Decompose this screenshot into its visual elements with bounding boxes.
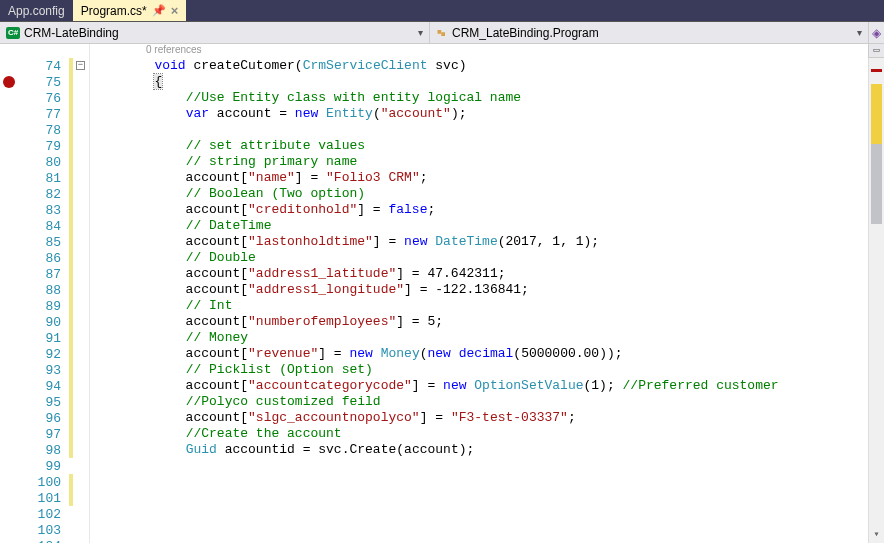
change-indicator — [69, 426, 73, 442]
code-line[interactable] — [92, 458, 884, 474]
code-editor[interactable]: 74−7576777879808182838485868788899091929… — [0, 44, 884, 543]
code-line[interactable] — [92, 490, 884, 506]
gutter-line[interactable]: 89 — [0, 298, 89, 314]
gutter-line[interactable]: 87 — [0, 266, 89, 282]
gutter-line[interactable]: 100 — [0, 474, 89, 490]
line-number: 76 — [45, 91, 61, 106]
code-line[interactable]: //Polyco customized feild — [92, 394, 884, 410]
code-line[interactable]: // set attribute values — [92, 138, 884, 154]
code-line[interactable]: var account = new Entity("account"); — [92, 106, 884, 122]
code-line[interactable]: //Create the account — [92, 426, 884, 442]
gutter-line[interactable]: 96 — [0, 410, 89, 426]
code-line[interactable]: // Int — [92, 298, 884, 314]
vertical-scrollbar[interactable]: ▭ ▴ ▾ — [868, 44, 884, 543]
code-line[interactable]: account["slgc_accountnopolyco"] = "F3-te… — [92, 410, 884, 426]
gutter-line[interactable]: 83 — [0, 202, 89, 218]
code-line[interactable]: // Picklist (Option set) — [92, 362, 884, 378]
line-number: 94 — [45, 379, 61, 394]
code-line[interactable]: account["lastonholdtime"] = new DateTime… — [92, 234, 884, 250]
code-line[interactable]: account["address1_latitude"] = 47.642311… — [92, 266, 884, 282]
gutter-line[interactable]: 91 — [0, 330, 89, 346]
pin-icon[interactable]: 📌 — [152, 4, 166, 17]
gutter-line[interactable]: 101 — [0, 490, 89, 506]
editor-gutter: 74−7576777879808182838485868788899091929… — [0, 44, 90, 543]
code-line[interactable]: // Double — [92, 250, 884, 266]
close-icon[interactable]: × — [171, 3, 179, 18]
tab-program-cs[interactable]: Program.cs* 📌 × — [73, 0, 187, 21]
change-indicator — [69, 266, 73, 282]
code-line[interactable]: account["name"] = "Folio3 CRM"; — [92, 170, 884, 186]
code-line[interactable]: // string primary name — [92, 154, 884, 170]
code-line[interactable] — [92, 474, 884, 490]
gutter-line[interactable]: 77 — [0, 106, 89, 122]
gutter-line[interactable]: 97 — [0, 426, 89, 442]
code-line[interactable]: { — [92, 74, 884, 90]
gutter-line[interactable]: 74− — [0, 58, 89, 74]
line-number: 104 — [38, 539, 61, 544]
gutter-line[interactable]: 102 — [0, 506, 89, 522]
gutter-line[interactable]: 99 — [0, 458, 89, 474]
line-number: 99 — [45, 459, 61, 474]
gutter-line[interactable]: 95 — [0, 394, 89, 410]
gutter-line[interactable]: 85 — [0, 234, 89, 250]
gutter-line[interactable]: 80 — [0, 154, 89, 170]
code-line[interactable] — [92, 522, 884, 538]
code-line[interactable]: //Use Entity class with entity logical n… — [92, 90, 884, 106]
tab-app-config[interactable]: App.config — [0, 0, 73, 21]
gutter-line[interactable]: 76 — [0, 90, 89, 106]
codelens-references[interactable]: 0 references — [92, 44, 884, 58]
change-indicator — [69, 58, 73, 74]
change-indicator — [69, 106, 73, 122]
code-line[interactable]: account["revenue"] = new Money(new decim… — [92, 346, 884, 362]
gutter-line[interactable]: 94 — [0, 378, 89, 394]
code-line[interactable]: account["creditonhold"] = false; — [92, 202, 884, 218]
gutter-line[interactable]: 79 — [0, 138, 89, 154]
gutter-line[interactable]: 92 — [0, 346, 89, 362]
line-number: 98 — [45, 443, 61, 458]
method-cube-icon: ◈ — [872, 26, 881, 40]
code-line[interactable]: account["address1_longitude"] = -122.136… — [92, 282, 884, 298]
code-line[interactable] — [92, 122, 884, 138]
fold-toggle-icon[interactable]: − — [76, 61, 85, 70]
code-line[interactable]: void createCutomer(CrmServiceClient svc) — [92, 58, 884, 74]
code-line[interactable]: // Boolean (Two option) — [92, 186, 884, 202]
code-line[interactable]: account["accountcategorycode"] = new Opt… — [92, 378, 884, 394]
change-indicator — [69, 378, 73, 394]
change-indicator — [69, 474, 73, 490]
code-line[interactable]: // DateTime — [92, 218, 884, 234]
code-line[interactable] — [92, 506, 884, 522]
code-line[interactable] — [92, 538, 884, 543]
gutter-line[interactable]: 78 — [0, 122, 89, 138]
line-number: 77 — [45, 107, 61, 122]
code-line[interactable]: // Money — [92, 330, 884, 346]
gutter-line[interactable]: 81 — [0, 170, 89, 186]
change-indicator — [69, 314, 73, 330]
breakpoint-icon[interactable] — [3, 76, 15, 88]
line-number: 93 — [45, 363, 61, 378]
change-indicator — [69, 362, 73, 378]
gutter-line[interactable]: 75 — [0, 74, 89, 90]
gutter-line[interactable]: 90 — [0, 314, 89, 330]
nav-class-dropdown[interactable]: CRM_LateBinding.Program ▾ — [430, 22, 868, 43]
change-indicator — [69, 90, 73, 106]
nav-project-label: CRM-LateBinding — [24, 26, 119, 40]
code-line[interactable]: Guid accountid = svc.Create(account); — [92, 442, 884, 458]
tab-label: Program.cs* — [81, 4, 147, 18]
scroll-down-arrow[interactable]: ▾ — [869, 527, 884, 543]
line-number: 74 — [45, 59, 61, 74]
gutter-line[interactable]: 104 — [0, 538, 89, 543]
nav-member-dropdown[interactable]: ◈ — [868, 22, 884, 43]
code-line[interactable]: account["numberofemployees"] = 5; — [92, 314, 884, 330]
change-indicator — [69, 234, 73, 250]
gutter-line[interactable]: 86 — [0, 250, 89, 266]
gutter-line[interactable]: 82 — [0, 186, 89, 202]
nav-project-dropdown[interactable]: C# CRM-LateBinding ▾ — [0, 22, 430, 43]
gutter-line[interactable]: 103 — [0, 522, 89, 538]
chevron-down-icon: ▾ — [857, 27, 862, 38]
gutter-line[interactable]: 84 — [0, 218, 89, 234]
gutter-line[interactable]: 93 — [0, 362, 89, 378]
code-surface[interactable]: 0 references void createCutomer(CrmServi… — [90, 44, 884, 543]
gutter-line[interactable]: 88 — [0, 282, 89, 298]
split-window-icon[interactable]: ▭ — [868, 44, 884, 58]
gutter-line[interactable]: 98 — [0, 442, 89, 458]
